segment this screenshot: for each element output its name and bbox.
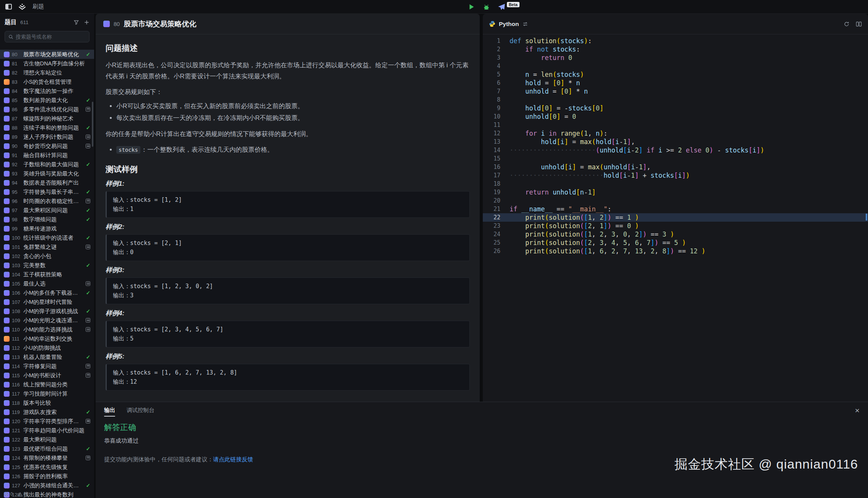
line-number[interactable]: 24 bbox=[483, 231, 500, 238]
code-line[interactable]: 25 print(solution([2, 3, 4, 5, 6, 7]) ==… bbox=[483, 238, 868, 247]
share-plane-button[interactable]: Beta bbox=[498, 3, 519, 11]
line-number[interactable]: 5 bbox=[483, 71, 500, 78]
code-line[interactable]: 8 bbox=[483, 96, 868, 104]
list-item[interactable]: 113机器人能量冒险✓ bbox=[0, 352, 94, 362]
line-number[interactable]: 15 bbox=[483, 155, 500, 162]
run-button[interactable] bbox=[467, 3, 475, 11]
list-item[interactable]: 103完美整数✓ bbox=[0, 261, 94, 270]
code-line[interactable]: 15 bbox=[483, 154, 868, 163]
switch-language-icon[interactable] bbox=[523, 21, 528, 27]
list-item[interactable]: 82理想火车站定位 bbox=[0, 68, 94, 77]
search-box[interactable] bbox=[5, 31, 90, 42]
list-item[interactable]: 109小M的光明之魂连通挑战 bbox=[0, 316, 94, 325]
line-number[interactable]: 14 bbox=[483, 147, 500, 154]
line-number[interactable]: 9 bbox=[483, 105, 500, 112]
code-line[interactable]: 18 bbox=[483, 180, 868, 188]
line-number[interactable]: 16 bbox=[483, 164, 500, 170]
line-number[interactable]: 13 bbox=[483, 138, 500, 145]
line-number[interactable]: 3 bbox=[483, 54, 500, 61]
list-item[interactable]: 100统计班级中的说谎者✓ bbox=[0, 233, 94, 242]
list-item[interactable]: 80股票市场交易策略优化✓ bbox=[0, 50, 94, 59]
list-item[interactable]: 114字符修复问题 bbox=[0, 362, 94, 371]
line-number[interactable]: 20 bbox=[483, 197, 500, 204]
list-item[interactable]: 107小M的星球时代冒险 bbox=[0, 297, 94, 307]
list-item[interactable]: 118版本号比较 bbox=[0, 398, 94, 407]
line-number[interactable]: 1 bbox=[483, 37, 500, 44]
code-line[interactable]: 16 unhold[i] = max(unhold[i-1], bbox=[483, 163, 868, 171]
list-item[interactable]: 93英雄升级与奖励最大化 bbox=[0, 169, 94, 178]
code-line[interactable]: 5 n = len(stocks) bbox=[483, 70, 868, 79]
code-line[interactable]: 22 print(solution([1, 2]) == 1 ) bbox=[483, 213, 868, 222]
line-number[interactable]: 23 bbox=[483, 222, 500, 229]
code-line[interactable]: 12 for i in range(1, n): bbox=[483, 129, 868, 138]
list-item[interactable]: 123最优硬币组合问题✓ bbox=[0, 444, 94, 453]
line-number[interactable]: 2 bbox=[483, 46, 500, 53]
list-item[interactable]: 101兔群繁殖之谜 bbox=[0, 242, 94, 251]
tab-debug-console[interactable]: 调试控制台 bbox=[127, 402, 155, 418]
tab-output[interactable]: 输出 bbox=[104, 402, 115, 418]
list-item[interactable]: 94数据表是否能顺利产出 bbox=[0, 178, 94, 187]
list-item[interactable]: 111小M的幸运数列交换 bbox=[0, 334, 94, 343]
list-item[interactable]: 96时尚圈的衣着稳定性问题 bbox=[0, 196, 94, 206]
line-number[interactable]: 19 bbox=[483, 189, 500, 196]
list-item[interactable]: 112小U的防御挑战 bbox=[0, 343, 94, 352]
list-item[interactable]: 117学习技能时间计算 bbox=[0, 389, 94, 398]
line-number[interactable]: 6 bbox=[483, 79, 500, 86]
list-item[interactable]: 102贪心的小包 bbox=[0, 251, 94, 261]
list-item[interactable]: 90奇妙货币交易问题 bbox=[0, 141, 94, 151]
add-problem-icon[interactable] bbox=[84, 19, 90, 25]
list-item[interactable]: 87螺旋阵列的神秘艺术 bbox=[0, 114, 94, 123]
code-line[interactable]: 23 print(solution([2, 1]) == 0 ) bbox=[483, 222, 868, 230]
code-lines[interactable]: 1def solution(stocks):2 if not stocks:3 … bbox=[483, 34, 868, 255]
code-line[interactable]: 19 return unhold[n-1] bbox=[483, 188, 868, 196]
list-item[interactable]: 110小M的能力选择挑战 bbox=[0, 325, 94, 334]
sidebar-toggle-icon[interactable] bbox=[5, 4, 12, 10]
list-item[interactable]: 89迷人子序列计数问题 bbox=[0, 132, 94, 141]
code-line[interactable]: 4 bbox=[483, 62, 868, 70]
search-input[interactable] bbox=[16, 34, 86, 40]
list-item[interactable]: 120字符串字符类型排序问题 bbox=[0, 417, 94, 426]
filter-funnel-icon[interactable] bbox=[73, 19, 79, 25]
code-line[interactable]: 14······················(unhold[i-2] if … bbox=[483, 146, 868, 154]
list-item[interactable]: 125优惠券优先级恢复 bbox=[0, 462, 94, 472]
reset-code-icon[interactable] bbox=[844, 21, 850, 27]
list-item[interactable]: 104五子棋获胜策略 bbox=[0, 270, 94, 279]
list-item[interactable]: 86多零件流水线优化问题 bbox=[0, 105, 94, 114]
list-item[interactable]: 84数字魔法的加一操作 bbox=[0, 86, 94, 96]
list-item[interactable]: 122最大乘积问题 bbox=[0, 435, 94, 444]
code-line[interactable]: 1def solution(stocks): bbox=[483, 37, 868, 45]
line-number[interactable]: 7 bbox=[483, 88, 500, 95]
list-item[interactable]: 91融合目标计算问题 bbox=[0, 151, 94, 160]
list-item[interactable]: 95字符替换与最长子串问题✓ bbox=[0, 187, 94, 196]
line-number[interactable]: 12 bbox=[483, 130, 500, 137]
code-line[interactable]: 24 print(solution([1, 2, 3, 0, 2]) == 3 … bbox=[483, 230, 868, 238]
code-line[interactable]: 3 return 0 bbox=[483, 54, 868, 62]
errors-indicator[interactable]: 0 bbox=[4, 492, 13, 497]
line-number[interactable]: 22 bbox=[483, 214, 500, 221]
list-item[interactable]: 99糖果传递游戏 bbox=[0, 224, 94, 233]
code-line[interactable]: 6 hold = [0] * n bbox=[483, 79, 868, 87]
list-item[interactable]: 106小M的多任务下载器挑战✓ bbox=[0, 288, 94, 297]
code-line[interactable]: 11 bbox=[483, 121, 868, 129]
warnings-indicator[interactable]: 0 bbox=[18, 492, 27, 497]
line-number[interactable]: 18 bbox=[483, 180, 500, 187]
list-item[interactable]: 115小M的书柜设计 bbox=[0, 371, 94, 380]
line-number[interactable]: 17 bbox=[483, 172, 500, 179]
list-item[interactable]: 97最大乘积区间问题✓ bbox=[0, 206, 94, 215]
line-number[interactable]: 4 bbox=[483, 63, 500, 70]
list-item[interactable]: 83小S的货仓租赁管理 bbox=[0, 77, 94, 86]
list-item[interactable]: 119游戏队友搜索✓ bbox=[0, 407, 94, 417]
feedback-link[interactable]: 请点此链接反馈 bbox=[213, 456, 253, 462]
code-line[interactable]: 9 hold[0] = -stocks[0] bbox=[483, 104, 868, 112]
list-item[interactable]: 92子数组和的最大值问题✓ bbox=[0, 160, 94, 169]
code-line[interactable]: 17························hold[i-1] + st… bbox=[483, 171, 868, 180]
list-item[interactable]: 108小M的弹子游戏机挑战✓ bbox=[0, 307, 94, 316]
list-item[interactable]: 105最佳人选 bbox=[0, 279, 94, 288]
code-line[interactable]: 10 unhold[0] = 0 bbox=[483, 112, 868, 121]
list-item[interactable]: 127小强的英雄组合通关策略✓ bbox=[0, 481, 94, 490]
list-item[interactable]: 126摇骰子的胜利概率 bbox=[0, 472, 94, 481]
line-number[interactable]: 8 bbox=[483, 96, 500, 103]
line-number[interactable]: 10 bbox=[483, 113, 500, 120]
close-panel-icon[interactable]: × bbox=[855, 406, 860, 414]
list-item[interactable]: 124有限制的楼梯攀登 bbox=[0, 453, 94, 462]
